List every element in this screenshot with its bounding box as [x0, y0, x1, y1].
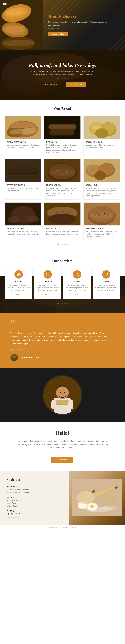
- service-pastries-title: Pastries: [36, 280, 60, 283]
- hours-label: HOURS: [7, 496, 63, 498]
- svg-point-75: [103, 214, 103, 215]
- services-image-credit: Image from Freepik: [5, 303, 120, 306]
- address-label: ADDRESS: [7, 485, 63, 487]
- quote-mark: ": [10, 319, 115, 330]
- svg-point-72: [100, 212, 101, 213]
- service-card-pastries: Pastries Excepteur sint occaecat cupidat…: [34, 267, 62, 299]
- our-bread-section: Our Bread Masaic: [0, 100, 125, 252]
- masaic-baguette-desc: Everyday table loaf made using the Class…: [7, 144, 39, 149]
- hello-read-more-button[interactable]: READ MORE: [52, 456, 73, 462]
- menu-icon[interactable]: ≡: [120, 2, 122, 6]
- svg-point-41: [63, 172, 63, 172]
- multisabrain-title: Multisabrain: [46, 184, 78, 186]
- svg-point-74: [99, 215, 100, 216]
- service-pastries-desc: Excepteur sint occaecat cupidatat non pr…: [36, 284, 60, 292]
- testimonial-author: Paul Smith, Baker: [10, 354, 115, 362]
- hello-text: Lorem ipsum dolor sit amet, consectetur …: [17, 440, 108, 450]
- farming-bread-desc: Unbleached organic wheat flour, whole ry…: [7, 230, 39, 235]
- bread-card-baguette: Baguette Naturally leavened baguette mad…: [44, 116, 81, 156]
- svg-point-81: [12, 359, 17, 361]
- bread-card-everyday: Everyday French Everyday table loaf made…: [5, 159, 42, 200]
- handmade-bread-title: Handmade Bread: [86, 227, 118, 229]
- multisabrain-image: [44, 159, 80, 182]
- hero-text: Nibh venenatis cras sed felis eget velit…: [48, 20, 112, 26]
- testimonial-section: " Our pastries are baked fresh on a dail…: [0, 312, 125, 368]
- our-bread-title: Our Bread: [5, 106, 120, 111]
- svg-point-104: [101, 506, 117, 510]
- hours-text: Monday – Saturday9am – 7pm10am – 6pm: [7, 499, 63, 508]
- everyday-french-image: [5, 159, 41, 182]
- service-breads-more[interactable]: MORE: [16, 294, 21, 296]
- cardamon-bun-desc: A classic traditional Swedish sweet bun …: [86, 144, 118, 149]
- service-pastries-more[interactable]: MORE: [45, 294, 50, 296]
- service-card-pizza: Pizza Excepteur sint occaecat cupidatat …: [93, 267, 120, 299]
- service-pizza-more[interactable]: MORE: [104, 294, 109, 296]
- hero-content: Breads Bakery Nibh venenatis cras sed fe…: [45, 10, 115, 40]
- pizza-icon: [102, 270, 110, 278]
- svg-point-86: [64, 392, 65, 393]
- service-pizza-desc: Excepteur sint occaecat cupidatat non pr…: [95, 284, 118, 292]
- svg-rect-21: [49, 124, 76, 129]
- bread-card-masaic: Masaic Baguette Everyday table loaf made…: [5, 116, 42, 156]
- visit-image-credit: Image from Freepik: [7, 516, 63, 518]
- service-cakes-more[interactable]: MORE: [75, 294, 80, 296]
- handmade-bread-image: [84, 202, 120, 226]
- hello-section: Hello! Lorem ipsum dolor sit amet, conse…: [0, 422, 125, 471]
- ciabatta-title: Ciabatta: [46, 227, 78, 229]
- farming-bread-title: Farming Bread: [7, 227, 39, 229]
- phone-number: 1 (234) 567-891: [7, 513, 63, 515]
- hero-image-credit: Image from Freepik: [48, 28, 112, 29]
- visit-title: Visit Us: [7, 478, 63, 482]
- hero-title: Breads Bakery: [48, 14, 112, 19]
- author-name: Paul Smith, Baker: [21, 356, 41, 359]
- testimonial-quote: Our pastries are baked fresh on a daily …: [10, 332, 115, 345]
- masaic-baguette-image: [5, 116, 41, 139]
- promo-text: When it comes to bread and sandwiches, f…: [31, 70, 94, 76]
- danish-rye-title: Danish Rye: [86, 184, 118, 186]
- bread-card-handmade: Handmade Bread Naturally leavened bread …: [83, 202, 120, 240]
- bread-card-multisabrain: Multisabrain Naturally leavened bread ma…: [44, 159, 81, 200]
- order-now-button[interactable]: ORDER NOW: [66, 82, 86, 87]
- hero-read-more-button[interactable]: READ MORE: [48, 32, 68, 36]
- svg-point-71: [98, 213, 99, 214]
- service-cakes-desc: Excepteur sint occaecat cupidatat non pr…: [65, 284, 89, 292]
- svg-point-62: [56, 211, 58, 213]
- svg-point-52: [106, 168, 106, 169]
- logo: logo: [3, 3, 8, 5]
- svg-point-53: [108, 168, 108, 168]
- handmade-bread-desc: Naturally leavened bread made using the …: [86, 230, 118, 238]
- svg-point-80: [13, 355, 16, 359]
- service-card-breads: Breads Excepteur sint occaecat cupidatat…: [5, 267, 32, 299]
- svg-point-51: [91, 170, 91, 170]
- footer-text: Example text – enter your free Themeum: [49, 527, 76, 528]
- baguette-image: [44, 116, 80, 139]
- svg-point-105: [76, 491, 95, 504]
- bread-grid: Masaic Baguette Everyday table loaf made…: [5, 116, 120, 240]
- svg-rect-32: [8, 167, 39, 173]
- see-full-menu-button[interactable]: SEE FULL MENU: [39, 82, 63, 87]
- svg-point-36: [57, 170, 58, 171]
- visit-image: [69, 471, 125, 524]
- footer: Example text – enter your free Themeum: [0, 524, 125, 530]
- svg-point-39: [67, 171, 68, 172]
- svg-point-64: [67, 212, 70, 213]
- danish-rye-desc: Whole rye flour, cracked rye berries, wa…: [86, 187, 118, 197]
- svg-rect-23: [49, 130, 74, 134]
- navigation: logo ≡: [0, 0, 125, 8]
- breads-icon: [15, 270, 23, 278]
- hello-image-credit: Images from Freepik: [17, 451, 108, 452]
- svg-point-106: [101, 494, 117, 506]
- phone-label: PHONE: [7, 510, 63, 512]
- baguette-desc: Naturally leavened baguette made using t…: [46, 144, 78, 154]
- cardamon-bun-title: Cardamon Bun: [86, 141, 118, 143]
- service-breads-title: Breads: [7, 280, 30, 283]
- address-text: 121 Rock Street, 21 AvenueNew York, NY 1…: [7, 488, 63, 494]
- bread-card-ciabatta: Ciabatta Unbleached organic wheat flour,…: [44, 202, 81, 240]
- baguette-title: Baguette: [46, 141, 78, 143]
- svg-point-40: [59, 172, 60, 172]
- danish-rye-image: [84, 159, 120, 182]
- svg-point-84: [56, 386, 69, 399]
- svg-point-58: [27, 216, 39, 222]
- testimonial-image-credit: Image from Freepik: [10, 348, 115, 350]
- service-pizza-title: Pizza: [95, 280, 118, 283]
